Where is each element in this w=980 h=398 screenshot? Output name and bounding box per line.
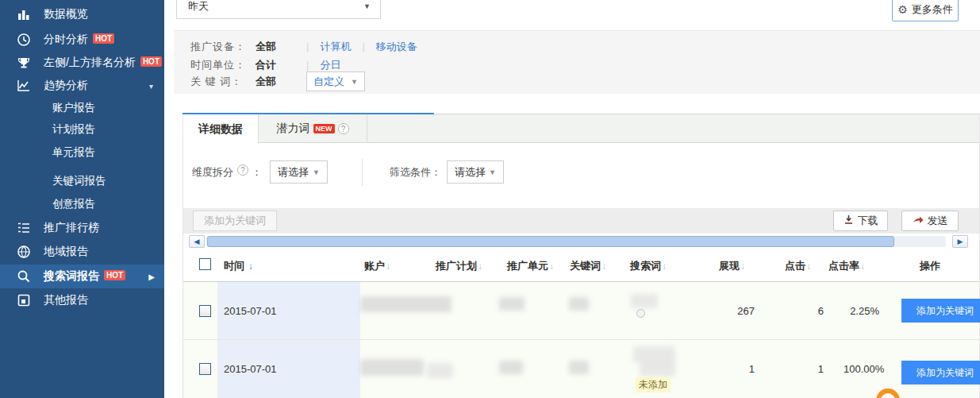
select-value: 请选择 <box>278 165 309 180</box>
device-option-mobile[interactable]: 移动设备 <box>376 40 417 54</box>
time-unit-option-daily[interactable]: 分日 <box>320 58 340 72</box>
search-icon <box>16 269 32 284</box>
clicks-value: 6 <box>788 305 824 317</box>
select-all-checkbox[interactable] <box>199 258 211 270</box>
chevron-down-icon[interactable]: ▾ <box>149 82 153 91</box>
column-header-impressions: 展现 <box>719 260 740 272</box>
sidebar-item-rank-analysis[interactable]: 左侧/上方排名分析HOT <box>0 51 164 75</box>
sort-icon[interactable]: ↓ <box>549 261 554 272</box>
scrollbar-track[interactable] <box>206 236 946 247</box>
button-label: 发送 <box>928 214 948 228</box>
add-as-keyword-button[interactable]: 添加为关键词 <box>901 299 980 323</box>
more-conditions-button[interactable]: ⚙ 更多条件 <box>892 0 959 21</box>
sidebar-item-creative-report[interactable]: 创意报告 <box>0 192 164 216</box>
column-header-ctr: 点击率 <box>828 260 859 272</box>
date-range-value: 昨天 <box>188 0 209 12</box>
send-button[interactable]: 发送 <box>901 211 959 231</box>
sort-icon[interactable]: ↓ <box>601 261 606 272</box>
date-range-select[interactable]: 昨天 ▼ <box>176 0 381 19</box>
button-label: 添加为关键词 <box>917 366 974 380</box>
row-checkbox[interactable] <box>199 305 211 317</box>
keyword-selected: 全部 <box>256 75 295 89</box>
horizontal-scrollbar: ◀ ▶ <box>183 235 979 249</box>
clock-icon <box>16 33 32 47</box>
ctr-value: 2.25% <box>844 305 879 317</box>
dimension-colon: ： <box>252 165 262 180</box>
filter-condition-label: 筛选条件： <box>390 165 441 180</box>
scrollbar-thumb[interactable] <box>207 236 894 247</box>
column-header-unit: 推广单元 <box>507 260 548 272</box>
filter-condition-select[interactable]: 请选择 ▼ <box>447 160 504 184</box>
tab-label: 潜力词 <box>277 122 310 136</box>
keyword-filter-row: 关 键 词： 全部 自定义 ▼ <box>190 72 365 91</box>
more-conditions-label: 更多条件 <box>912 2 953 17</box>
emoji-icon <box>636 309 645 318</box>
sort-icon[interactable]: ↓ <box>740 261 745 272</box>
redacted-account <box>427 363 453 378</box>
sidebar-item-data-overview[interactable]: 数据概览 <box>0 2 164 26</box>
redacted-query <box>633 346 675 362</box>
redacted-query <box>640 361 675 377</box>
hot-badge: HOT <box>140 56 162 67</box>
sidebar-item-keyword-report[interactable]: 关键词报告 <box>0 169 164 193</box>
device-selected: 全部 <box>256 40 295 54</box>
row-date: 2015-07-01 <box>224 305 277 317</box>
column-header-query: 搜索词 <box>630 260 661 272</box>
sort-icon[interactable]: ↓ <box>386 261 390 272</box>
new-badge: NEW <box>313 124 335 133</box>
add-as-keyword-button-disabled[interactable]: 添加为关键词 <box>193 211 277 231</box>
help-icon[interactable]: ? <box>338 123 349 134</box>
sort-icon[interactable]: ↓ <box>478 261 482 272</box>
report-content-box: 详细数据 潜力词 NEW ? 维度拆分 ? ： 请选择 ▼ 筛选条件： 请选择 … <box>183 114 980 398</box>
sort-icon[interactable]: ↓ <box>662 261 667 272</box>
redacted-account <box>360 359 424 376</box>
bar-chart-icon <box>16 7 32 21</box>
tab-potential-words[interactable]: 潜力词 NEW ? <box>259 114 367 143</box>
sidebar-item-other-report[interactable]: 其他报告 <box>0 288 164 312</box>
row-checkbox[interactable] <box>199 363 211 375</box>
download-button[interactable]: 下载 <box>833 211 888 231</box>
not-added-tag: 未添加 <box>636 377 671 392</box>
ranking-list-icon <box>16 221 32 235</box>
sidebar-label: 创意报告 <box>52 197 95 211</box>
sidebar-label: 单元报告 <box>52 145 95 160</box>
sidebar-item-unit-report[interactable]: 单元报告 <box>0 141 164 164</box>
sidebar-label: 其他报告 <box>44 293 88 307</box>
sidebar-item-hourly-analysis[interactable]: 分时分析HOT <box>0 28 164 52</box>
keyword-filter-label: 关 键 词： <box>190 75 256 89</box>
redacted-keyword <box>569 361 589 374</box>
add-as-keyword-button[interactable]: 添加为关键词 <box>901 361 980 384</box>
tab-detailed-data[interactable]: 详细数据 <box>183 114 259 144</box>
sidebar-label: 趋势分析 <box>44 79 88 93</box>
divider <box>362 159 363 186</box>
trophy-icon <box>16 56 32 70</box>
keyword-custom-button[interactable]: 自定义 ▼ <box>306 71 365 91</box>
sidebar-item-region-report[interactable]: 地域报告 <box>0 240 164 264</box>
dimension-split-select[interactable]: 请选择 ▼ <box>270 160 328 184</box>
tab-label: 详细数据 <box>198 122 243 137</box>
button-label: 添加为关键词 <box>204 214 266 228</box>
time-unit-selected: 合计 <box>256 58 295 72</box>
sort-desc-icon[interactable]: ↓ <box>248 261 253 272</box>
sidebar: 数据概览 分时分析HOT 左侧/上方排名分析HOT 趋势分析 ▾ 账户报告 计划… <box>0 0 164 398</box>
sidebar-item-trend-analysis[interactable]: 趋势分析 ▾ <box>0 74 164 98</box>
sidebar-item-account-report[interactable]: 账户报告 <box>0 96 164 120</box>
sort-icon[interactable]: ↓ <box>860 261 865 272</box>
globe-icon <box>16 245 32 259</box>
device-option-computer[interactable]: 计算机 <box>320 40 351 54</box>
trend-chart-icon <box>16 79 32 93</box>
device-filter-label: 推广设备： <box>190 40 256 54</box>
scroll-right-button[interactable]: ▶ <box>952 235 968 248</box>
redacted-keyword <box>569 297 589 311</box>
sidebar-item-search-term-report[interactable]: 搜索词报告HOT ▶ <box>0 265 164 288</box>
scroll-left-button[interactable]: ◀ <box>189 235 205 248</box>
column-header-account: 账户 <box>364 260 385 272</box>
sort-icon[interactable]: ↓ <box>806 261 811 272</box>
send-icon <box>913 215 924 227</box>
sidebar-item-plan-report[interactable]: 计划报告 <box>0 118 164 141</box>
download-icon <box>844 214 854 227</box>
help-icon[interactable]: ? <box>237 164 248 176</box>
chevron-down-icon: ▼ <box>313 168 320 176</box>
table-row: 2015-07-01 未添加 1 1 100.00% 添加为关键词 <box>183 340 979 398</box>
sidebar-item-promo-ranking[interactable]: 推广排行榜 <box>0 216 164 240</box>
